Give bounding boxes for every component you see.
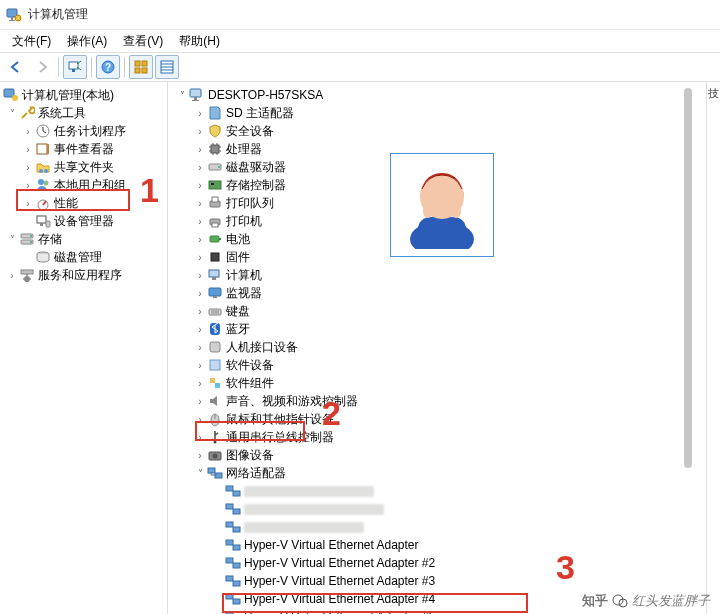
scrollbar-thumb[interactable] [684, 88, 692, 468]
tree-adapter-blurred[interactable] [168, 518, 706, 536]
expand-icon[interactable]: › [194, 360, 206, 371]
expand-icon[interactable]: › [22, 180, 34, 191]
expand-icon[interactable]: › [194, 234, 206, 245]
help-toolbar-button[interactable]: ? [96, 55, 120, 79]
expand-icon[interactable]: › [194, 270, 206, 281]
node-label: 图像设备 [226, 447, 274, 464]
tree-sound-video[interactable]: ›声音、视频和游戏控制器 [168, 392, 706, 410]
forward-button[interactable] [30, 55, 54, 79]
expand-icon[interactable]: › [194, 162, 206, 173]
expand-icon[interactable]: › [194, 144, 206, 155]
sidebar-root-label: 计算机管理(本地) [22, 87, 114, 104]
svg-rect-20 [47, 144, 49, 154]
svg-rect-47 [212, 223, 218, 227]
tree-keyboards[interactable]: ›键盘 [168, 302, 706, 320]
print-queue-icon [207, 195, 223, 211]
sidebar-system-tools[interactable]: ˅ 系统工具 [0, 104, 167, 122]
expand-icon[interactable]: ˅ [194, 468, 206, 479]
sidebar-task-scheduler[interactable]: › 任务计划程序 [0, 122, 167, 140]
tree-software-comp[interactable]: ›软件组件 [168, 374, 706, 392]
tree-hid[interactable]: ›人机接口设备 [168, 338, 706, 356]
expand-icon[interactable]: ˅ [6, 108, 18, 119]
expand-icon[interactable]: › [22, 126, 34, 137]
expand-icon[interactable]: › [194, 288, 206, 299]
tree-adapter-blurred[interactable] [168, 482, 706, 500]
expand-icon[interactable]: › [194, 324, 206, 335]
expand-icon[interactable]: › [22, 198, 34, 209]
expand-icon[interactable]: › [194, 216, 206, 227]
sidebar-disk-mgmt[interactable]: 磁盘管理 [0, 248, 167, 266]
tree-adapter-hyperv1[interactable]: Hyper-V Virtual Ethernet Adapter [168, 536, 706, 554]
tree-usb[interactable]: ›通用串行总线控制器 [168, 428, 706, 446]
tree-mice[interactable]: ›鼠标和其他指针设备 [168, 410, 706, 428]
expand-icon[interactable]: › [194, 378, 206, 389]
tree-monitors[interactable]: ›监视器 [168, 284, 706, 302]
svg-rect-43 [211, 183, 214, 185]
sidebar-performance[interactable]: › 性能 [0, 194, 167, 212]
tree-computer[interactable]: ˅ DESKTOP-H57SKSA [168, 86, 706, 104]
sidebar-label: 性能 [54, 195, 78, 212]
svg-point-23 [38, 179, 44, 185]
right-pane-edge: 技 [706, 82, 720, 614]
svg-point-67 [213, 454, 218, 459]
tree-software-dev[interactable]: ›软件设备 [168, 356, 706, 374]
wechat-icon [612, 593, 628, 609]
sidebar-shared-folders[interactable]: › 共享文件夹 [0, 158, 167, 176]
node-label: 安全设备 [226, 123, 274, 140]
expand-icon[interactable]: › [194, 252, 206, 263]
tree-adapter-blurred[interactable] [168, 500, 706, 518]
blurred-label [244, 486, 374, 497]
menu-action[interactable]: 操作(A) [61, 31, 113, 52]
svg-rect-49 [219, 238, 221, 240]
device-mgr-icon [35, 213, 51, 229]
computer-icon [189, 87, 205, 103]
tree-security[interactable]: ›安全设备 [168, 122, 706, 140]
expand-icon[interactable]: › [194, 306, 206, 317]
expand-icon[interactable]: › [194, 108, 206, 119]
svg-rect-16 [4, 89, 14, 97]
sidebar-local-users[interactable]: › 本地用户和组 [0, 176, 167, 194]
tree-sd-host[interactable]: ›SD 主适配器 [168, 104, 706, 122]
menu-help[interactable]: 帮助(H) [173, 31, 226, 52]
tiles-view-button[interactable] [129, 55, 153, 79]
tree-bluetooth[interactable]: ›蓝牙 [168, 320, 706, 338]
sidebar-services[interactable]: › 服务和应用程序 [0, 266, 167, 284]
sidebar-root[interactable]: 计算机管理(本地) [0, 86, 167, 104]
expand-icon[interactable]: › [194, 432, 206, 443]
expand-icon[interactable]: › [6, 270, 18, 281]
expand-icon[interactable]: ˅ [176, 90, 188, 101]
sidebar-device-manager[interactable]: 设备管理器 [0, 212, 167, 230]
tree-imaging[interactable]: ›图像设备 [168, 446, 706, 464]
node-label: 磁盘驱动器 [226, 159, 286, 176]
nic-icon [225, 537, 241, 553]
svg-rect-48 [210, 236, 219, 242]
computer-mgmt-icon [3, 87, 19, 103]
menu-view[interactable]: 查看(V) [117, 31, 169, 52]
expand-icon[interactable]: › [22, 162, 34, 173]
sidebar-storage[interactable]: ˅ 存储 [0, 230, 167, 248]
svg-rect-71 [233, 491, 240, 496]
expand-icon[interactable]: › [194, 450, 206, 461]
expand-icon[interactable]: ˅ [6, 234, 18, 245]
expand-icon[interactable]: › [22, 144, 34, 155]
svg-rect-39 [211, 145, 219, 153]
tree-network-adapters[interactable]: ˅网络适配器 [168, 464, 706, 482]
sidebar-event-viewer[interactable]: › 事件查看器 [0, 140, 167, 158]
svg-rect-8 [135, 61, 140, 66]
expand-icon[interactable]: › [194, 180, 206, 191]
list-view-button[interactable] [155, 55, 179, 79]
scan-button[interactable] [63, 55, 87, 79]
expand-icon[interactable]: › [194, 198, 206, 209]
menu-file[interactable]: 文件(F) [6, 31, 57, 52]
expand-icon[interactable]: › [194, 126, 206, 137]
expand-icon[interactable]: › [194, 342, 206, 353]
back-button[interactable] [4, 55, 28, 79]
tree-computers[interactable]: ›计算机 [168, 266, 706, 284]
toolbar: ? [0, 52, 720, 82]
svg-point-21 [39, 169, 43, 173]
expand-icon[interactable]: › [194, 414, 206, 425]
hdd-icon [207, 159, 223, 175]
tree-adapter-hyperv2[interactable]: Hyper-V Virtual Ethernet Adapter #2 [168, 554, 706, 572]
tree-adapter-hyperv3[interactable]: Hyper-V Virtual Ethernet Adapter #3 [168, 572, 706, 590]
expand-icon[interactable]: › [194, 396, 206, 407]
